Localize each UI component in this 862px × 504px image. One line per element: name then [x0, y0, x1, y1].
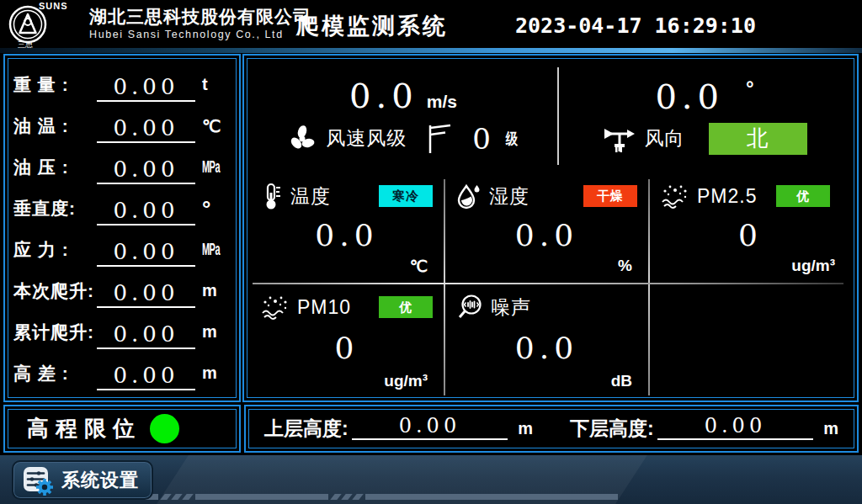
taskbar-stripes	[82, 494, 618, 500]
readout-row-stress: 应 力 : 0.00 MPa	[13, 229, 231, 270]
readout-label: 高 差 :	[13, 362, 95, 385]
readout-unit: t	[202, 75, 231, 94]
logo-text-suns: SUNS	[39, 1, 68, 11]
sensor-unit: dB	[456, 372, 637, 394]
wind-level-value: 0	[472, 122, 491, 156]
fan-icon	[287, 124, 317, 154]
readout-row-height-diff: 高 差 : 0.00 m	[13, 353, 231, 394]
status-badge-good: 优	[776, 185, 830, 207]
wind-divider	[557, 67, 559, 165]
readout-row-verticality: 垂直度: 0.00 °	[13, 188, 231, 229]
particles-icon	[261, 294, 290, 320]
lower-height-group: 下层高度: 0.00 m	[570, 416, 838, 442]
sensor-grid: 温度 寒冷 0.0 ℃ 湿度 干燥 0.0 %	[249, 172, 852, 399]
upper-height-label: 上层高度:	[264, 416, 349, 442]
company-name-cn: 湖北三思科技股份有限公司	[89, 5, 311, 29]
sensor-value: 0.0	[456, 321, 637, 372]
layer-height-box: 上层高度: 0.00 m 下层高度: 0.00 m	[244, 405, 859, 453]
readout-row-current-climb: 本次爬升: 0.00 m	[13, 270, 231, 311]
readout-panel: 重 量 : 0.00 t 油 温 : 0.00 ℃ 油 压 : 0.00 MPa…	[3, 54, 241, 402]
sensor-value: 0.0	[261, 210, 433, 257]
readout-row-total-climb: 累计爬升: 0.00 m	[13, 311, 231, 353]
wind-speed-label: 风速风级	[326, 125, 407, 151]
readout-value: 0.00	[97, 74, 195, 102]
readout-value: 0.00	[97, 321, 195, 349]
readout-label: 重 量 :	[13, 73, 95, 97]
sliders-gear-icon	[22, 464, 54, 496]
taskbar: 系统设置	[0, 455, 862, 504]
readout-unit: m	[202, 363, 231, 383]
readout-unit: MPa	[202, 157, 220, 177]
readout-label: 应 力 :	[13, 238, 95, 262]
wind-speed-unit: m/s	[427, 92, 457, 112]
lower-height-unit: m	[823, 419, 838, 438]
readout-label: 本次爬升:	[13, 279, 95, 303]
readout-row-weight: 重 量 : 0.00 t	[13, 64, 231, 105]
sensor-label: PM2.5	[697, 185, 757, 208]
sensor-label: 湿度	[489, 183, 529, 210]
sensor-label: PM10	[297, 296, 351, 319]
readout-label: 油 温 :	[13, 114, 95, 138]
wind-vane-icon	[603, 124, 636, 154]
wind-speed-block: 0.0 m/s 风速风级	[249, 61, 557, 172]
elevation-limit-box: 高程限位	[3, 405, 241, 453]
sensor-unit: ℃	[261, 257, 433, 279]
readout-row-oil-temp: 油 温 : 0.00 ℃	[13, 105, 231, 146]
wind-direction-unit: °	[746, 77, 754, 100]
header: SUNS 三思 湖北三思科技股份有限公司 Hubei Sansi Technol…	[0, 0, 862, 48]
readout-unit: MPa	[202, 240, 220, 259]
sensor-cell-noise: 噪声 0.0 dB	[444, 284, 649, 399]
sensor-unit: ug/m³	[261, 372, 433, 394]
wind-speed-value: 0.0	[349, 78, 418, 114]
readout-value: 0.00	[97, 280, 195, 308]
sensor-unit: ug/m³	[661, 257, 840, 279]
droplet-icon	[456, 183, 482, 210]
sensor-value: 0	[661, 210, 840, 257]
sensor-label: 温度	[290, 183, 331, 210]
system-settings-button[interactable]: 系统设置	[12, 460, 153, 500]
sensor-value: 0	[261, 321, 433, 372]
sensor-label: 噪声	[491, 294, 531, 321]
lower-height-value: 0.00	[657, 414, 814, 440]
readout-label: 垂直度:	[13, 197, 95, 220]
wind-direction-label: 风向	[645, 125, 685, 151]
hmi-screen: SUNS 三思 湖北三思科技股份有限公司 Hubei Sansi Technol…	[0, 0, 862, 504]
sensor-unit: %	[456, 257, 637, 279]
thermometer-icon	[261, 183, 283, 210]
readout-unit: ℃	[202, 116, 231, 136]
page-title: 爬模监测系统	[296, 11, 448, 41]
sensor-cell-pm25: PM2.5 优 0 ug/m³	[649, 172, 852, 284]
readout-unit: m	[202, 281, 231, 300]
company-name-en: Hubei Sansi Technology Co., Ltd	[89, 29, 284, 40]
sensor-cell-humidity: 湿度 干燥 0.0 %	[444, 172, 649, 284]
particles-icon	[661, 183, 689, 209]
status-badge-dry: 干燥	[583, 185, 637, 207]
wind-direction-display: 北	[709, 123, 807, 155]
readout-label: 累计爬升:	[13, 321, 95, 344]
wind-direction-block: 0.0 ° 风向 北	[557, 61, 852, 172]
upper-height-value: 0.00	[352, 414, 508, 440]
status-badge-cold: 寒冷	[379, 185, 433, 207]
green-circle-indicator	[150, 414, 179, 443]
readout-label: 油 压 :	[13, 156, 95, 179]
readout-unit: °	[202, 204, 231, 213]
readout-value: 0.00	[97, 363, 195, 390]
grid-divider-vertical	[648, 179, 650, 395]
wind-section: 0.0 m/s 风速风级	[249, 61, 852, 172]
environment-panel: 0.0 m/s 风速风级	[242, 54, 859, 402]
sensor-cell-temperature: 温度 寒冷 0.0 ℃	[249, 172, 444, 284]
datetime-display: 2023-04-17 16:29:10	[515, 13, 756, 38]
wind-level-unit: 级	[506, 129, 518, 149]
elevation-limit-label: 高程限位	[27, 414, 141, 443]
sensor-cell-pm10: PM10 优 0 ug/m³	[249, 284, 444, 399]
readout-value: 0.00	[97, 198, 195, 225]
sensor-value: 0.0	[456, 210, 637, 257]
readout-row-oil-pressure: 油 压 : 0.00 MPa	[13, 146, 231, 188]
noise-magnifier-icon	[456, 294, 483, 321]
upper-height-group: 上层高度: 0.00 m	[264, 416, 533, 442]
grid-divider-vertical	[444, 179, 445, 395]
settings-button-label: 系统设置	[61, 468, 139, 493]
header-divider	[0, 48, 862, 53]
grid-divider-horizontal	[253, 283, 843, 284]
readout-value: 0.00	[97, 157, 195, 184]
